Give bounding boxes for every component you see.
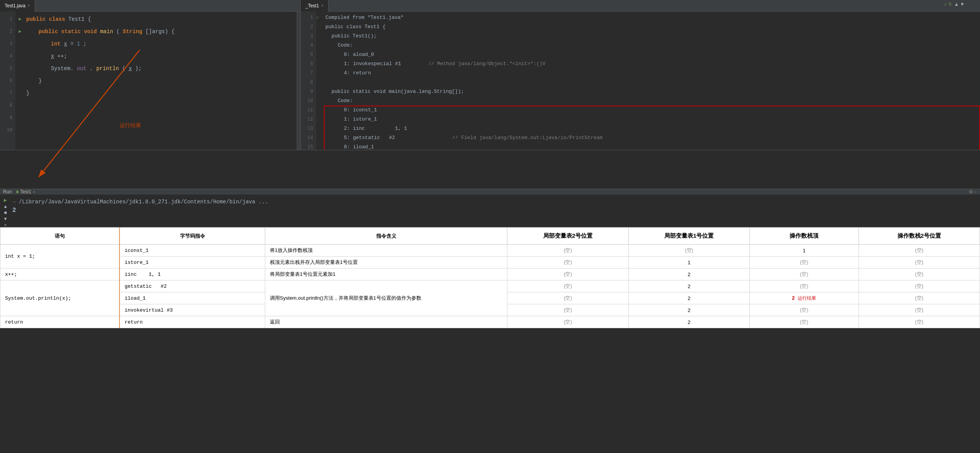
- meaning-cell-2: 栈顶元素出栈并存入局部变量表1号位置: [265, 257, 507, 268]
- kw-static: static: [61, 29, 81, 35]
- table-row-3: x++; iinc 1, 1 将局部变量表1号位置元素加1 (空) 2 (空) …: [0, 268, 980, 280]
- line-num-2: 2: [0, 25, 12, 38]
- tab-test1-bc-close[interactable]: ×: [321, 3, 323, 8]
- code-line-9: [26, 112, 296, 124]
- line-num-4: 4: [0, 50, 12, 62]
- bc-line-9: public static void main(java.lang.String…: [325, 87, 980, 96]
- bc-line-10: Code:: [325, 96, 980, 106]
- bc-line-7: 4: return: [325, 69, 980, 78]
- bc-wrapper: 1 2 3 4 5 6 7 8 9 10 11 12 13 14: [301, 12, 980, 150]
- stmt-cell-3: x++;: [0, 268, 120, 280]
- left-tab-bar: Test1.java ×: [0, 0, 300, 12]
- run-tab[interactable]: ■ Test1 ×: [16, 189, 35, 195]
- line-num-6: 6: [0, 75, 12, 87]
- tab-test1-java-close[interactable]: ×: [28, 3, 30, 8]
- bc-check-col: ✓: [316, 12, 324, 150]
- bc-line-3: public Test1();: [325, 32, 980, 41]
- meaning-cell-3: 将局部变量表1号位置元素加1: [265, 268, 507, 280]
- opstack2-cell-6: (空): [859, 304, 980, 316]
- stmt-cell-7: return: [0, 316, 120, 328]
- bc-line-5: 0: aload_0: [325, 50, 980, 59]
- stmt-cell-1: int x = 1;: [0, 245, 120, 268]
- code-line-10: [26, 124, 296, 136]
- opstack1-cell-5: 2 运行结果: [749, 292, 859, 304]
- line-num-10: 10: [0, 124, 12, 136]
- bc-line-12: 1: istore_1: [325, 115, 980, 124]
- bytecode-cell-3: iinc 1, 1: [120, 268, 265, 280]
- code-line-6: }: [26, 75, 296, 87]
- run-indicator-8: [15, 99, 25, 112]
- table-body: int x = 1; iconst_1 将1放入操作数栈顶 (空) (空) 1 …: [0, 245, 980, 328]
- bc-check-1: ✓: [316, 13, 324, 22]
- tab-test1-bc[interactable]: _Test1 ×: [301, 0, 328, 12]
- bytecode-cell-4: getstatic #2: [120, 280, 265, 292]
- opstack1-cell-2: (空): [749, 257, 859, 268]
- line-num-9: 9: [0, 112, 12, 124]
- line-num-8: 8: [0, 99, 12, 112]
- bc-highlight-region: 0: iconst_1 1: istore_1 2: iinc 1, 1 5: …: [325, 106, 980, 150]
- run-indicator-5: [15, 62, 25, 75]
- code-line-7: }: [26, 87, 296, 99]
- lv2-cell-6: (空): [507, 304, 628, 316]
- line-num-3: 3: [0, 38, 12, 50]
- bc-count: ✓ 9 ▲ ▼: [944, 2, 965, 7]
- bc-lnum-1: 1: [301, 13, 313, 22]
- tab-test1-java[interactable]: Test1.java ×: [0, 0, 35, 12]
- run-indicator-1[interactable]: ▶: [15, 13, 25, 25]
- run-indicator-6: [15, 75, 25, 87]
- run-indicator-9: [15, 112, 25, 124]
- right-editor: _Test1 × ✓ 9 ▲ ▼ 1 2 3 4 5: [301, 0, 980, 150]
- run-equal-button[interactable]: =: [4, 223, 7, 228]
- lv2-cell-2: (空): [507, 257, 628, 268]
- kw-public-1: public: [26, 16, 45, 22]
- right-tab-bar: _Test1 × ✓ 9 ▲ ▼: [301, 0, 980, 12]
- code-line-4: x ++;: [26, 50, 296, 62]
- bytecode-cell-5: iload_1: [120, 292, 265, 304]
- run-output: ▶ ▲ ■ ▼ = → /Library/Java/JavaVirtualMac…: [0, 195, 980, 230]
- lv1-cell-3: 2: [628, 268, 749, 280]
- kw-class: class: [49, 16, 65, 22]
- run-play-button[interactable]: ▶: [4, 197, 7, 203]
- table-row-2: istore_1 栈顶元素出栈并存入局部变量表1号位置 (空) 1 (空) (空…: [0, 257, 980, 268]
- lv1-cell-5: 2: [628, 292, 749, 304]
- settings-icon[interactable]: ⚙ –: [969, 189, 977, 195]
- run-up-button[interactable]: ▲: [4, 204, 7, 210]
- bc-lnum-12: 12: [301, 115, 313, 124]
- run-tab-bar: Run: ■ Test1 × ⚙ –: [0, 189, 980, 195]
- opstack2-cell-5: (空): [859, 292, 980, 304]
- code-line-3: int x = 1 ;: [26, 38, 296, 50]
- bc-code-lines: Compiled from "Test1.java" public class …: [324, 12, 980, 150]
- line-num-5: 5: [0, 62, 12, 75]
- opstack1-cell-4: (空): [749, 280, 859, 292]
- run-down-button[interactable]: ▼: [4, 216, 7, 222]
- bc-lnum-4: 4: [301, 41, 313, 50]
- opstack1-cell-6: (空): [749, 304, 859, 316]
- left-editor: Test1.java × 1 2 3 4 5 6 7 8 9 10: [0, 0, 301, 150]
- run-icon: ■: [16, 189, 19, 195]
- opstack1-cell-3: (空): [749, 268, 859, 280]
- run-indicator-2[interactable]: ▶: [15, 25, 25, 38]
- run-indicator-3: [15, 38, 25, 50]
- meaning-cell-7: 返回: [265, 316, 507, 328]
- opstack1-cell-1: 1: [749, 245, 859, 257]
- bytecode-cell-6: invokevirtual #3: [120, 304, 265, 316]
- run-stop-button[interactable]: ■: [4, 210, 7, 216]
- bottom-table: 语句 字节码指令 指令含义 局部变量表2号位置 局部变量表1号位置 操作数栈顶 …: [0, 227, 980, 328]
- var-x-arg: x: [129, 65, 132, 72]
- bc-line-8: [325, 78, 980, 87]
- bc-lnum-9: 9: [301, 87, 313, 96]
- lv2-cell-5: (空): [507, 292, 628, 304]
- bc-nav-arrows[interactable]: ▲ ▼: [954, 2, 965, 7]
- line-numbers: 1 2 3 4 5 6 7 8 9 10: [0, 12, 15, 150]
- line-num-1: 1: [0, 13, 12, 25]
- run-indicator-7: [15, 87, 25, 99]
- bc-lnum-5: 5: [301, 50, 313, 59]
- run-result-num: 2: [12, 207, 16, 214]
- left-scrollbar[interactable]: [296, 12, 300, 150]
- run-tab-close[interactable]: ×: [33, 190, 35, 194]
- opstack2-cell-1: (空): [859, 245, 980, 257]
- code-line-8: [26, 99, 296, 112]
- table-row-4: System.out.println(x); getstatic #2 调用Sy…: [0, 280, 980, 292]
- run-cmd-arrow: →: [12, 199, 19, 205]
- opstack1-cell-7: (空): [749, 316, 859, 328]
